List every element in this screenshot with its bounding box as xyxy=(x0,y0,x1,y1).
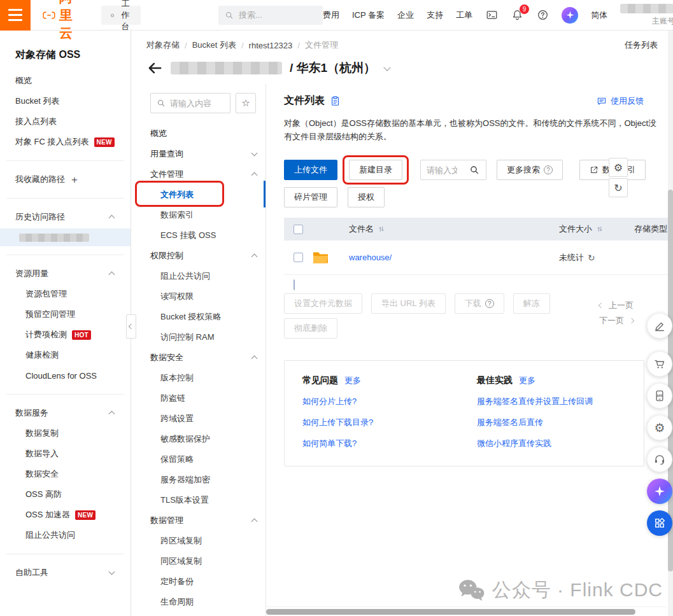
back-arrow-icon[interactable] xyxy=(146,60,163,76)
nav-item-retention-policy[interactable]: 保留策略 xyxy=(131,449,266,470)
topbar-link-billing[interactable]: 费用 xyxy=(323,10,339,21)
sidebar-item-data-replication[interactable]: 数据复制 xyxy=(0,423,131,444)
best-practice-more-link[interactable]: 更多 xyxy=(519,375,535,386)
refresh-button[interactable]: ↻ xyxy=(609,178,628,197)
row-checkbox[interactable] xyxy=(294,253,303,262)
faq-link-multipart-upload[interactable]: 如何分片上传? xyxy=(302,396,451,407)
nav-group-access-control[interactable]: 权限控制 xyxy=(131,246,266,266)
sidebar-collapse-handle[interactable] xyxy=(126,314,136,339)
practice-link-signed-upload-callback[interactable]: 服务端签名直传并设置上传回调 xyxy=(477,396,626,407)
column-settings-button[interactable]: ⚙ xyxy=(609,158,628,177)
nav-item-sensitive-data-protection[interactable]: 敏感数据保护 xyxy=(131,429,266,449)
sidebar-history-selected-item[interactable] xyxy=(0,228,131,246)
nav-item-versioning[interactable]: 版本控制 xyxy=(131,368,266,388)
mobile-app-fab-button[interactable] xyxy=(647,383,672,409)
feedback-link[interactable]: 使用反馈 xyxy=(597,95,644,107)
sidebar-item-history-paths[interactable]: 历史访问路径 xyxy=(0,207,131,227)
sidebar-item-favorite-paths[interactable]: 我收藏的路径+ xyxy=(0,169,131,190)
nav-item-bucket-policy[interactable]: Bucket 授权策略 xyxy=(131,307,266,327)
notification-bell-icon[interactable]: 9 xyxy=(511,9,523,22)
download-button[interactable]: 下载 ? xyxy=(455,293,504,314)
sidebar-item-billing-check[interactable]: 计费项检测HOT xyxy=(0,325,131,345)
fragment-management-button[interactable]: 碎片管理 xyxy=(284,187,337,207)
nav-item-lifecycle[interactable]: 生命周期 xyxy=(131,592,266,612)
sidebar-item-overview[interactable]: 概览 xyxy=(0,71,131,91)
sidebar-item-cloudlens[interactable]: CloudLens for OSS xyxy=(0,365,131,386)
nav-item-same-region-replication[interactable]: 同区域复制 xyxy=(131,551,266,571)
batch-select-checkbox[interactable] xyxy=(294,279,295,290)
export-url-list-button[interactable]: 导出 URL 列表 xyxy=(371,293,446,314)
nav-item-ecs-mount-oss[interactable]: ECS 挂载 OSS xyxy=(131,225,266,246)
widgets-fab-button[interactable] xyxy=(647,510,672,536)
nav-item-server-side-encryption[interactable]: 服务器端加密 xyxy=(131,470,266,490)
settings-fab-button[interactable]: ⚙ xyxy=(647,415,672,440)
terminal-icon[interactable] xyxy=(485,9,498,22)
hamburger-menu-button[interactable] xyxy=(0,0,31,31)
sidebar-group-resource-usage[interactable]: 资源用量 xyxy=(0,263,131,284)
faq-more-link[interactable]: 更多 xyxy=(344,375,361,386)
file-search-button[interactable] xyxy=(463,160,486,179)
workspace-button[interactable]: 工作台 xyxy=(101,6,141,25)
chevron-down-icon[interactable] xyxy=(383,64,390,71)
sidebar-item-data-security[interactable]: 数据安全 xyxy=(0,464,131,484)
nav-item-overview[interactable]: 概览 xyxy=(131,123,266,144)
account-info[interactable]: 主账号 xyxy=(620,4,673,27)
nav-item-hotlink-protection[interactable]: 防盗链 xyxy=(131,388,266,409)
cart-fab-button[interactable] xyxy=(647,351,672,377)
nav-item-block-public-access[interactable]: 阻止公共访问 xyxy=(131,266,266,286)
task-list-link[interactable]: 任务列表 xyxy=(625,39,658,51)
next-page-button[interactable]: 下一页 xyxy=(599,313,634,328)
sidebar-item-block-public-access[interactable]: 阻止公共访问 xyxy=(0,525,131,545)
support-fab-button[interactable] xyxy=(647,447,672,472)
bucket-nav-search[interactable] xyxy=(150,93,230,113)
new-directory-button[interactable]: 新建目录 xyxy=(349,160,402,180)
restore-button[interactable]: 解冻 xyxy=(513,293,550,314)
upload-file-button[interactable]: 上传文件 xyxy=(284,160,337,180)
prev-page-button[interactable]: 上一页 xyxy=(599,298,634,313)
topbar-search[interactable] xyxy=(218,6,323,25)
sidebar-item-bucket-list[interactable]: Bucket 列表 xyxy=(0,91,131,111)
sidebar-item-oss-accelerator[interactable]: OSS 加速器NEW xyxy=(0,505,131,525)
more-search-button[interactable]: 更多搜索 ? xyxy=(497,160,563,180)
faq-link-simple-download[interactable]: 如何简单下载? xyxy=(302,438,451,449)
nav-item-scheduled-backup[interactable]: 定时备份 xyxy=(131,571,266,592)
topbar-link-enterprise[interactable]: 企业 xyxy=(397,10,414,21)
sidebar-item-oss-anti-ddos[interactable]: OSS 高防 xyxy=(0,484,131,505)
nav-item-tls-settings[interactable]: TLS版本设置 xyxy=(131,490,266,510)
sidebar-item-fc-access-points[interactable]: 对象 FC 接入点列表NEW xyxy=(0,132,131,152)
ai-assistant-fab-button[interactable] xyxy=(647,479,672,504)
nav-item-cross-region-replication[interactable]: 跨区域复制 xyxy=(131,531,266,551)
sidebar-group-self-service-tools[interactable]: 自助工具 xyxy=(0,563,131,583)
nav-group-data-security[interactable]: 数据安全 xyxy=(131,347,266,368)
recalculate-size-icon[interactable]: ↻ xyxy=(588,253,595,263)
breadcrumb-bucket-name[interactable]: rhtest12323 xyxy=(249,41,293,50)
faq-link-upload-download-dir[interactable]: 如何上传下载目录? xyxy=(302,417,451,428)
horizontal-scrollbar-thumb[interactable] xyxy=(266,609,635,615)
practice-link-signed-direct-upload[interactable]: 服务端签名后直传 xyxy=(477,417,626,428)
nav-group-data-management[interactable]: 数据管理 xyxy=(131,510,266,531)
topbar-search-input[interactable] xyxy=(239,10,316,20)
favorite-star-button[interactable]: ☆ xyxy=(236,93,256,113)
plus-icon[interactable]: + xyxy=(71,174,78,185)
permanent-delete-button[interactable]: 彻底删除 xyxy=(284,318,337,339)
sidebar-item-data-import[interactable]: 数据导入 xyxy=(0,444,131,464)
help-icon[interactable] xyxy=(536,9,549,22)
sort-icon[interactable] xyxy=(378,225,385,234)
breadcrumb-oss[interactable]: 对象存储 xyxy=(146,39,180,51)
language-switch[interactable]: 简体 xyxy=(591,10,607,21)
copy-doc-icon[interactable] xyxy=(330,95,341,106)
nav-item-read-write-permissions[interactable]: 读写权限 xyxy=(131,286,266,307)
bucket-nav-search-input[interactable] xyxy=(170,99,223,108)
nav-item-ram-access-control[interactable]: 访问控制 RAM xyxy=(131,327,266,347)
sidebar-item-access-points[interactable]: 接入点列表 xyxy=(0,111,131,132)
topbar-link-tickets[interactable]: 工单 xyxy=(456,10,472,21)
sort-icon[interactable] xyxy=(596,225,604,234)
file-search-input[interactable] xyxy=(421,165,463,175)
ai-assistant-icon[interactable] xyxy=(562,7,578,24)
topbar-link-support[interactable]: 支持 xyxy=(427,10,443,21)
sidebar-group-data-services[interactable]: 数据服务 xyxy=(0,403,131,423)
nav-item-cors[interactable]: 跨域设置 xyxy=(131,409,266,429)
folder-link[interactable]: warehouse/ xyxy=(349,253,392,262)
nav-item-usage-query[interactable]: 用量查询 xyxy=(131,144,266,164)
nav-group-file-management[interactable]: 文件管理 xyxy=(131,164,266,185)
